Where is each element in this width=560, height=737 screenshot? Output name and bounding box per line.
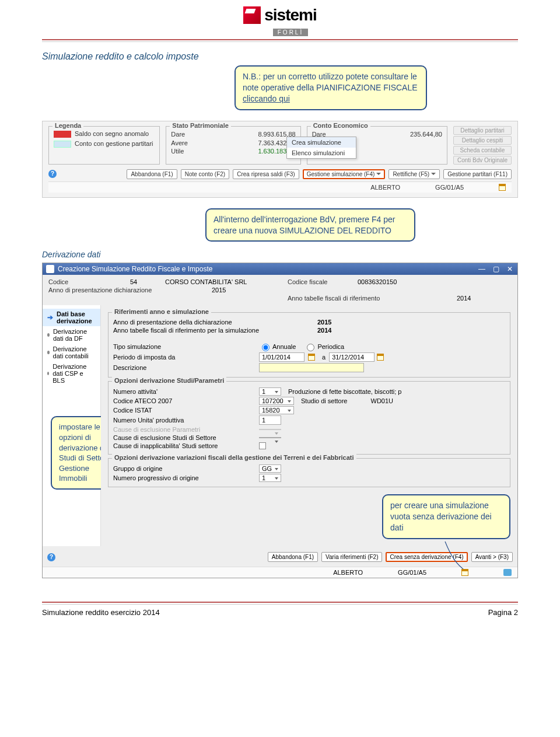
avanti-button[interactable]: Avanti > (F3) (471, 552, 513, 562)
tipo-sim-label: Tipo simulazione (113, 343, 259, 350)
brand-logo: sistemi FORLÌ (42, 6, 518, 37)
riferimenti-legend: Riferimenti anno e simulazione (112, 308, 211, 315)
gestione-partitari-button[interactable]: Gestione partitari (F11) (443, 169, 512, 179)
status-bar: ALBERTO GG/01/A5 (48, 181, 512, 193)
gruppo-origine-label: Gruppo di origine (113, 465, 259, 472)
terreni-legend: Opzioni derivazione variazioni fiscali d… (112, 454, 356, 461)
num-attivita-label: Numero attivita' (113, 388, 259, 395)
calendar-icon[interactable] (308, 354, 315, 361)
codice-istat-select[interactable]: 15820 (259, 406, 294, 414)
callout-crea-vuota: per creare una simulazione vuota senza d… (382, 494, 510, 539)
num-unita-label: Numero Unita' produttiva (113, 417, 259, 424)
crea-senza-derivazione-button[interactable]: Crea senza derivazione (F4) (386, 552, 467, 562)
codice-ateco-select[interactable]: 107200 (259, 397, 294, 405)
tipo-periodica-radio[interactable] (307, 344, 314, 351)
codice-name: CORSO CONTABILITA' SRL (165, 278, 288, 285)
creazione-simulazione-window: Creazione Simulazione Reddito Fiscale e … (42, 263, 518, 578)
descrizione-input[interactable] (259, 363, 364, 372)
codice-num: 54 (130, 278, 165, 285)
periodo-label: Periodo di imposta da (113, 354, 259, 361)
abbandona-button[interactable]: Abbandona (F1) (268, 552, 318, 562)
sidebar-item-df[interactable]: Derivazione dati da DF (43, 326, 100, 344)
callout-note: N.B.: per un corretto utilizzo potete co… (235, 65, 427, 110)
anno-tab-val: 2014 (457, 295, 503, 302)
studi-fieldset: Opzioni derivazione Studi/Parametri Nume… (108, 381, 510, 455)
cf-label: Codice fiscale (288, 278, 358, 285)
legend-item-partitari: Conto con gestione partitari (75, 140, 153, 147)
varia-riferimenti-button[interactable]: Varia riferimenti (F2) (321, 552, 382, 562)
descrizione-label: Descrizione (113, 364, 259, 371)
close-icon[interactable]: ✕ (506, 265, 514, 273)
brand-name: sistemi (264, 6, 317, 25)
legend-swatch-red (54, 131, 71, 138)
scheda-contabile-button: Scheda contabile (453, 146, 512, 155)
gruppo-origine-select[interactable]: GG (259, 464, 281, 473)
num-progressivo-label: Numero progressivo di origine (113, 474, 259, 481)
cf-val: 00836320150 (358, 278, 457, 285)
sidebar-item-contabili[interactable]: Derivazione dati contabili (43, 344, 100, 361)
minimize-icon[interactable]: — (478, 265, 486, 273)
ref-anno-pres-val: 2015 (317, 319, 331, 326)
page-title: Simulazione reddito e calcolo imposte (42, 51, 518, 62)
note-conto-button[interactable]: Note conto (F2) (181, 169, 229, 179)
sidebar-item-csp-bls[interactable]: Derivazione dati CSP e BLS (43, 361, 100, 386)
studi-legend: Opzioni derivazione Studi/Parametri (112, 377, 226, 384)
menu-elenco-simulazioni[interactable]: Elenco simulazioni (287, 148, 356, 158)
chevron-down-icon (376, 173, 381, 175)
callout-text: N.B.: per un corretto utilizzo potete co… (243, 72, 418, 92)
cause-studi-label: Cause di esclusione Studi di Settore (113, 434, 259, 441)
cause-parametri-select (259, 429, 281, 430)
ref-anno-tab-label: Anno tabelle fiscali di riferimento per … (113, 327, 317, 334)
footer-right: Pagina 2 (488, 608, 518, 617)
footer-left: Simulazione reddito esercizio 2014 (42, 608, 160, 617)
window-app-icon (46, 265, 54, 273)
calendar-icon[interactable] (499, 184, 506, 191)
tipo-annuale-radio[interactable] (262, 344, 270, 351)
arrow-right-icon: ➔ (47, 313, 53, 322)
bdv-panel: Legenda Saldo con segno anomalo Conto co… (42, 121, 518, 198)
help-icon[interactable]: ? (47, 553, 55, 561)
stato-patrimoniale-fieldset: Stato Patrimoniale Dare8.993.615,88 Aver… (166, 126, 300, 165)
sidebar-item-dati-base[interactable]: ➔ Dati base derivazione (43, 309, 100, 326)
num-progressivo-select[interactable]: 1 (259, 474, 281, 482)
sp-utile-lbl: Utile (171, 147, 184, 156)
wizard-sidebar: ➔ Dati base derivazione Derivazione dati… (43, 305, 101, 546)
codice-istat-label: Codice ISTAT (113, 407, 259, 414)
calendar-icon[interactable] (377, 354, 384, 361)
num-unita-input[interactable]: 1 (259, 415, 281, 425)
codice-label: Codice (48, 278, 130, 285)
tipo-annuale-label: Annuale (272, 343, 296, 350)
cause-inapplicabilita-checkbox[interactable] (259, 442, 266, 449)
periodo-da-input[interactable]: 1/01/2014 (259, 352, 304, 362)
section-title-derivazione: Derivazione dati (42, 250, 518, 259)
cause-studi-select[interactable] (259, 437, 281, 438)
sp-dare-lbl: Dare (171, 130, 185, 139)
conti-bdv-originale-button: Conti Bdv Originale (453, 156, 512, 165)
chevron-down-icon (431, 173, 436, 175)
anno-tab-label: Anno tabelle fiscali di riferimento (288, 295, 457, 302)
maximize-icon[interactable]: ▢ (492, 265, 500, 273)
crea-ripresa-saldi-button[interactable]: Crea ripresa saldi (F3) (233, 169, 299, 179)
sidebar-item-label: Derivazione dati da DF (53, 328, 96, 342)
num-attivita-select[interactable]: 1 (259, 387, 281, 396)
sidebar-item-label: Derivazione dati contabili (53, 345, 96, 359)
legenda-legend: Legenda (52, 122, 83, 129)
status-user: ALBERTO (370, 184, 400, 191)
rettifiche-button[interactable]: Rettifiche (F5) (388, 169, 440, 179)
gestione-simulazione-button[interactable]: Gestione simulazione (F4) (303, 169, 386, 179)
riferimenti-fieldset: Riferimenti anno e simulazione Anno di p… (108, 312, 510, 378)
abbandona-button[interactable]: Abbandona (F1) (127, 169, 177, 179)
dettaglio-cespiti-button: Dettaglio cespiti (453, 136, 512, 145)
periodo-a-input[interactable]: 31/12/2014 (329, 352, 374, 362)
callout-link[interactable]: cliccando qui (243, 94, 290, 103)
bullet-icon (47, 372, 49, 375)
help-icon[interactable]: ? (48, 170, 57, 178)
ce-legend: Conto Economico (311, 122, 370, 129)
calendar-icon[interactable] (461, 569, 468, 576)
periodo-sep: a (322, 354, 326, 361)
codice-ateco-label: Codice ATECO 2007 (113, 397, 259, 404)
legend-item-anomalo: Saldo con segno anomalo (75, 130, 149, 137)
network-icon (503, 569, 512, 576)
menu-crea-simulazione[interactable]: Crea simulazione (287, 137, 356, 148)
tipo-periodica-label: Periodica (317, 343, 344, 350)
